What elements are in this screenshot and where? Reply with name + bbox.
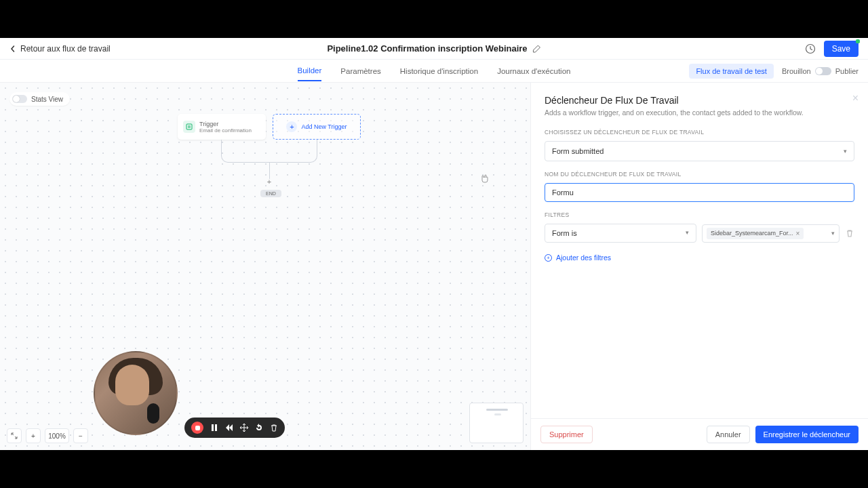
trash-icon[interactable] (270, 424, 278, 432)
minimap[interactable] (469, 403, 524, 443)
expand-icon (11, 432, 18, 439)
add-filter-label: Ajouter des filtres (556, 253, 611, 262)
chip-remove-icon[interactable]: × (796, 230, 800, 237)
test-workflow-button[interactable]: Flux de travail de test (689, 64, 774, 79)
webcam-overlay (94, 351, 178, 435)
trigger-type-value: Form submitted (552, 147, 604, 155)
history-icon[interactable] (805, 43, 816, 54)
flow-stem (269, 163, 270, 179)
chevron-left-icon (9, 45, 16, 52)
svg-rect-2 (212, 424, 214, 431)
flow-connector (221, 140, 317, 163)
plus-icon: + (286, 121, 297, 132)
canvas[interactable]: Stats View Trigger Email de confirmation… (0, 83, 530, 450)
filters-label: FILTRES (545, 211, 854, 218)
panel-footer: Supprimer Annuler Enregistrer le déclenc… (531, 418, 868, 450)
back-link[interactable]: Retour aux flux de travail (9, 44, 111, 54)
fullscreen-button[interactable] (7, 428, 22, 443)
filter-chip: Sidebar_Systemearcam_For... × (707, 228, 804, 239)
tab-logs[interactable]: Journaux d'exécution (497, 62, 570, 81)
restart-icon[interactable] (255, 424, 263, 432)
rewind-icon[interactable] (225, 424, 233, 432)
webcam-video (94, 351, 178, 435)
publish-label: Publier (835, 67, 859, 75)
delete-button[interactable]: Supprimer (540, 426, 593, 443)
zoom-level: 100% (45, 428, 69, 443)
app-header: Retour aux flux de travail Pipeline1.02 … (0, 38, 868, 60)
back-label: Retour aux flux de travail (20, 44, 111, 54)
end-node: END (260, 190, 281, 197)
tab-history[interactable]: Historique d'inscription (400, 62, 478, 81)
delete-filter-icon[interactable] (845, 228, 854, 238)
plus-circle-icon: + (545, 254, 552, 262)
chevron-down-icon: ▾ (844, 148, 847, 155)
add-filter-button[interactable]: + Ajouter des filtres (545, 253, 854, 262)
svg-rect-1 (186, 124, 192, 129)
trigger-node[interactable]: Trigger Email de confirmation (178, 114, 266, 140)
edit-icon[interactable] (533, 45, 541, 53)
recording-toolbar (184, 418, 285, 438)
add-trigger-button[interactable]: + Add New Trigger (273, 114, 361, 140)
trigger-name-label: NOM DU DÉCLENCHEUR DE FLUX DE TRAVAIL (545, 171, 854, 178)
add-step-button[interactable]: + (265, 178, 273, 186)
save-button[interactable]: Save (824, 41, 859, 57)
stop-record-button[interactable] (191, 422, 203, 434)
form-icon (183, 121, 195, 133)
close-icon[interactable]: × (852, 92, 859, 104)
add-trigger-label: Add New Trigger (301, 123, 347, 130)
move-icon[interactable] (240, 424, 248, 432)
page-title: Pipeline1.02 Confirmation inscription We… (327, 43, 527, 54)
choose-trigger-label: CHOISISSEZ UN DÉCLENCHEUR DE FLUX DE TRA… (545, 129, 854, 136)
trigger-subtitle: Email de confirmation (199, 127, 252, 134)
toggle-icon (12, 95, 27, 103)
stats-label: Stats View (31, 96, 63, 103)
chevron-down-icon: ▾ (831, 230, 835, 237)
save-trigger-button[interactable]: Enregistrer le déclencheur (755, 426, 859, 443)
zoom-in-button[interactable]: + (26, 428, 41, 443)
trigger-name-input[interactable] (545, 183, 854, 202)
zoom-out-button[interactable]: − (73, 428, 88, 443)
trigger-type-select[interactable]: Form submitted ▾ (545, 141, 854, 161)
grab-cursor-icon (480, 174, 490, 183)
filter-field-value: Form is (552, 229, 577, 237)
pause-icon[interactable] (210, 424, 218, 432)
svg-rect-3 (215, 424, 217, 431)
tabs-bar: Builder Paramètres Historique d'inscript… (0, 60, 868, 83)
cancel-button[interactable]: Annuler (707, 426, 750, 443)
tab-builder[interactable]: Builder (298, 61, 322, 81)
tab-params[interactable]: Paramètres (340, 62, 380, 81)
draft-label: Brouillon (782, 67, 811, 75)
publish-toggle[interactable] (815, 67, 831, 75)
panel-description: Adds a workflow trigger, and on executio… (545, 108, 854, 117)
trigger-panel: × Déclencheur De Flux De Travail Adds a … (530, 83, 868, 450)
zoom-controls: + 100% − (7, 428, 88, 443)
filter-row: Form is ▾ Sidebar_Systemearcam_For... × … (545, 224, 854, 243)
filter-field-select[interactable]: Form is ▾ (545, 224, 696, 243)
chevron-down-icon: ▾ (686, 229, 689, 237)
trigger-title: Trigger (199, 121, 252, 127)
panel-title: Déclencheur De Flux De Travail (545, 95, 854, 106)
filter-value-select[interactable]: Sidebar_Systemearcam_For... × ▾ (702, 224, 840, 243)
stats-view-toggle[interactable]: Stats View (9, 92, 70, 106)
filter-chip-label: Sidebar_Systemearcam_For... (711, 230, 793, 237)
